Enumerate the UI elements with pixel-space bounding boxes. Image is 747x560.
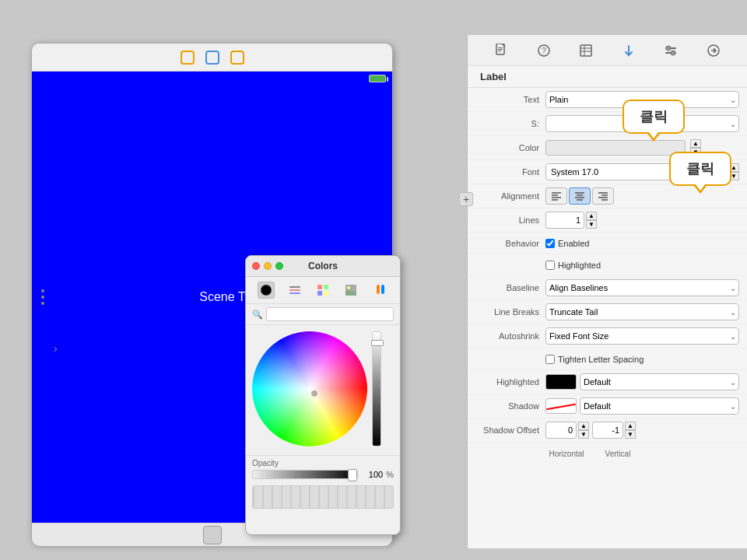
minimize-button[interactable] [264, 262, 272, 270]
tab-file-icon[interactable] [492, 41, 510, 60]
line-breaks-control: Truncate Tail Truncate Head Truncate Mid… [545, 303, 739, 320]
tab-help-icon[interactable]: ? [535, 41, 553, 60]
line-breaks-select-wrapper: Truncate Tail Truncate Head Truncate Mid… [545, 303, 739, 320]
opacity-row: 100 % [252, 470, 394, 479]
svg-rect-14 [498, 47, 503, 48]
highlighted-label: Highlighted [558, 261, 601, 270]
opacity-slider[interactable] [252, 470, 358, 479]
close-button[interactable] [252, 262, 260, 270]
color-crayons-mode-btn[interactable] [371, 282, 388, 299]
svg-point-10 [347, 286, 350, 289]
color-stepper-up[interactable]: ▲ [690, 139, 701, 148]
align-center-btn[interactable] [569, 187, 591, 205]
alignment-buttons [545, 187, 614, 205]
svg-rect-15 [498, 49, 503, 50]
shadow-color-swatch[interactable] [545, 398, 577, 414]
color-sliders-mode-btn[interactable] [286, 282, 303, 299]
color-image-mode-btn[interactable] [342, 282, 359, 299]
shadow-offset-h-down[interactable]: ▼ [578, 430, 589, 439]
brightness-thumb [371, 340, 384, 346]
color-wheel-mode-btn[interactable] [258, 282, 275, 299]
enabled-checkbox[interactable] [545, 239, 555, 248]
color-palette-mode-btn[interactable] [314, 282, 331, 299]
opacity-label: Opacity [252, 459, 394, 467]
shadow-offset-h-up[interactable]: ▲ [578, 422, 589, 430]
left-chevron-icon[interactable]: › [54, 342, 58, 355]
status-bar [369, 75, 386, 82]
dot-2 [41, 296, 44, 299]
svg-point-26 [671, 51, 675, 55]
lines-input[interactable] [545, 212, 584, 229]
svg-rect-6 [324, 285, 328, 289]
opacity-value: 100 [361, 470, 383, 479]
shadow-property-row: Shadow Default [468, 394, 747, 418]
tab-table-icon[interactable] [577, 41, 595, 60]
color-wheel[interactable] [252, 331, 367, 446]
line-breaks-select[interactable]: Truncate Tail Truncate Head Truncate Mid… [545, 303, 739, 320]
vertical-sublabel: Vertical [597, 450, 639, 458]
lines-control: ▲ ▼ [545, 212, 739, 229]
highlighted-color-property-row: Highlighted Default [468, 370, 747, 394]
plus-button[interactable]: + [459, 192, 473, 206]
dot-3 [41, 302, 44, 305]
sublabels-control: Horizontal Vertical [545, 450, 739, 458]
shadow-label: Shadow [475, 401, 545, 411]
svg-rect-19 [580, 45, 591, 56]
align-left-btn[interactable] [545, 187, 567, 205]
callout-text-2: 클릭 [686, 161, 714, 177]
highlighted-color-label: Highlighted [475, 377, 545, 387]
colors-titlebar: Colors [246, 256, 400, 277]
svg-rect-12 [381, 285, 384, 294]
shadow-select[interactable]: Default [580, 397, 739, 415]
shadow-offset-v-up[interactable]: ▲ [625, 422, 636, 430]
tighten-checkbox[interactable] [545, 355, 555, 364]
highlighted-color-select-wrapper: Default [580, 373, 739, 390]
tab-arrow-icon[interactable] [619, 41, 638, 60]
colors-window: Colors [245, 255, 401, 535]
behavior-property-row: Behavior Enabled [468, 233, 747, 254]
highlighted-color-swatch[interactable] [545, 374, 577, 390]
inspector-panel: ? Label Text Plain Attributed S: [467, 35, 747, 548]
tab-slider-icon[interactable] [661, 41, 680, 60]
shadow-offset-property-row: Shadow Offset ▲ ▼ ▲ ▼ [468, 418, 747, 443]
lines-stepper: ▲ ▼ [586, 212, 597, 229]
opacity-percent-label: % [386, 470, 394, 479]
brightness-slider[interactable] [372, 331, 381, 446]
autoshrink-control: Fixed Font Size Minimum Font Scale Minim… [545, 327, 739, 345]
home-button[interactable] [203, 526, 222, 544]
shadow-offset-vertical-input[interactable] [592, 422, 623, 439]
align-right-btn[interactable] [592, 187, 614, 205]
svg-rect-16 [498, 51, 501, 51]
autoshrink-select[interactable]: Fixed Font Size Minimum Font Scale Minim… [545, 327, 739, 345]
colors-window-title: Colors [308, 261, 338, 271]
shadow-offset-v-down[interactable]: ▼ [625, 430, 636, 439]
shadow-offset-sublabels-row: Horizontal Vertical [468, 443, 747, 464]
autoshrink-select-wrapper: Fixed Font Size Minimum Font Scale Minim… [545, 327, 739, 345]
inspector-title: Label [468, 66, 747, 88]
dot-1 [41, 289, 44, 292]
behavior-label: Behavior [475, 239, 545, 248]
lines-stepper-up[interactable]: ▲ [586, 212, 597, 220]
baseline-select[interactable]: Align Baselines Align Centers Align Tops [545, 279, 739, 296]
color-label: Color [475, 143, 545, 152]
highlighted-control: Highlighted [545, 261, 739, 270]
size-property-row: S: [468, 112, 747, 136]
maximize-button[interactable] [275, 262, 283, 270]
highlighted-color-select[interactable]: Default [580, 373, 739, 390]
colors-search-input[interactable] [266, 307, 394, 321]
highlighted-checkbox[interactable] [545, 261, 555, 270]
svg-rect-8 [324, 291, 328, 296]
color-swatches-strip [252, 485, 394, 509]
svg-point-25 [666, 46, 671, 51]
shadow-offset-horizontal-input[interactable] [545, 422, 577, 439]
lines-stepper-down[interactable]: ▼ [586, 220, 597, 229]
svg-text:?: ? [542, 47, 546, 55]
svg-rect-7 [317, 291, 322, 296]
search-icon: 🔍 [252, 310, 263, 320]
highlighted-color-control: Default [545, 373, 739, 390]
tab-arrow-right-icon[interactable] [704, 41, 723, 60]
baseline-property-row: Baseline Align Baselines Align Centers A… [468, 276, 747, 300]
size-label: S: [475, 119, 545, 128]
colors-mode-toolbar [246, 277, 400, 304]
color-well[interactable] [545, 140, 686, 156]
